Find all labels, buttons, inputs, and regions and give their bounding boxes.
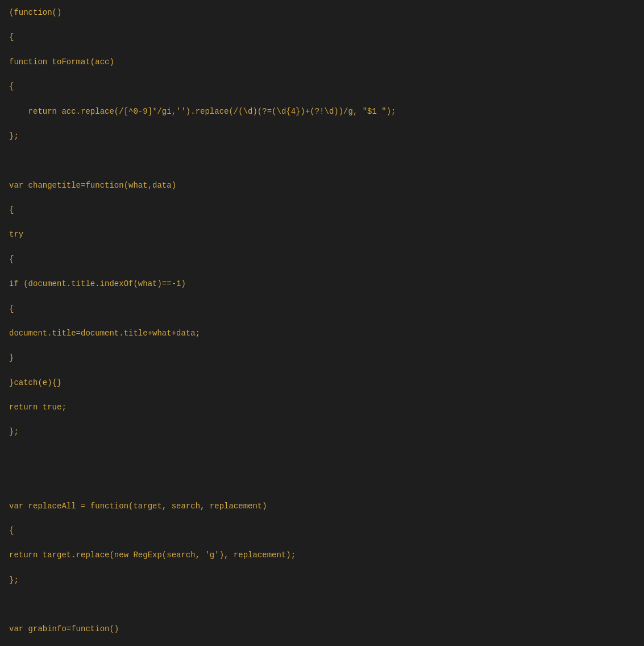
code-line: { (9, 204, 635, 217)
code-line: (function() (9, 7, 635, 19)
code-line: }; (9, 426, 635, 438)
code-line (9, 451, 635, 463)
code-line: return target.replace(new RegExp(search,… (9, 549, 635, 562)
code-line (9, 475, 635, 488)
code-line: if (document.title.indexOf(what)==-1) (9, 278, 635, 291)
code-line: } (9, 352, 635, 365)
code-line: var changetitle=function(what,data) (9, 180, 635, 192)
code-editor: (function() { function toFormat(acc) { r… (0, 0, 644, 646)
code-line: function toFormat(acc) (9, 56, 635, 69)
code-line: { (9, 81, 635, 93)
code-line: { (9, 525, 635, 537)
code-line (9, 155, 635, 167)
code-line: try (9, 229, 635, 241)
code-line: { (9, 31, 635, 44)
code-line: var grabinfo=function() (9, 623, 635, 636)
code-line: var replaceAll = function(target, search… (9, 500, 635, 513)
code-line: }; (9, 130, 635, 143)
code-line: }; (9, 574, 635, 587)
code-line: { (9, 303, 635, 316)
code-line: }catch(e){} (9, 377, 635, 390)
code-line: return true; (9, 401, 635, 414)
code-line (9, 599, 635, 611)
code-content: (function() { function toFormat(acc) { r… (9, 7, 635, 646)
code-line: { (9, 254, 635, 266)
code-line: document.title=document.title+what+data; (9, 328, 635, 340)
code-line: return acc.replace(/[^0-9]*/gi,'').repla… (9, 106, 635, 118)
